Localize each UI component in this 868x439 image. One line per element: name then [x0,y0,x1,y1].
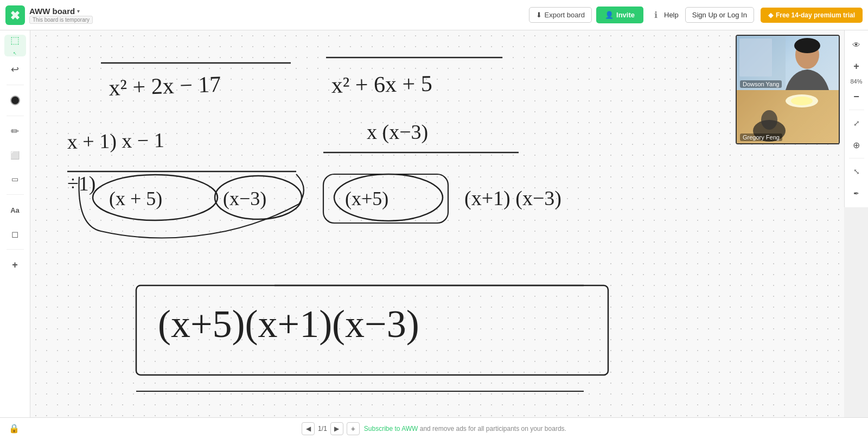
fullscreen-icon: ⤢ [853,119,860,128]
zoom-in-icon: + [853,61,859,72]
download-icon: ⬇ [536,11,542,19]
eye-icon: 👁 [852,40,860,49]
bottom-bar: 🔒 ◀ 1/1 ▶ + Subscribe to AWW and remove … [0,417,868,439]
subscribe-text: Subscribe to AWW and remove ads for all … [364,425,566,432]
subscribe-link[interactable]: Subscribe to AWW [364,425,418,432]
svg-text:(x+1)  (x−3): (x+1) (x−3) [464,187,561,210]
select-icon: ⬚↖ [10,34,20,58]
header: AWW board ▾ This board is temporary ⬇ Ex… [0,0,868,30]
eye-button[interactable]: 👁 [847,35,866,54]
page-controls: ◀ 1/1 ▶ + [302,422,360,435]
invite-button[interactable]: 👤 Invite [596,7,643,23]
color-swatch [10,96,20,105]
svg-text:÷1): ÷1) [67,172,96,195]
add-icon: + [12,259,18,271]
svg-text:(x−3): (x−3) [223,188,266,209]
fit-icon: ⤡ [853,167,860,176]
trial-button[interactable]: ◆ Free 14-day premium trial [761,8,863,23]
zoom-in-button[interactable]: + [847,56,866,76]
toolbar-divider-1 [7,85,24,85]
expand-icon: ⊕ [853,140,860,150]
board-title: AWW board [29,7,75,16]
toolbar-divider-3 [7,194,24,195]
whiteboard-svg: x² + 2x − 17 x² + 6x + 5 x + 1) x − 1 x … [30,30,844,417]
right-toolbar-divider-2 [849,158,864,158]
page-info: 1/1 [318,425,327,432]
diamond-icon: ◆ [768,11,773,19]
add-tool[interactable]: + [4,254,26,276]
invite-label: Invite [616,11,635,19]
select-tool[interactable]: ⬚↖ [4,35,26,56]
svg-text:x² + 6x + 5: x² + 6x + 5 [331,71,432,98]
video-top: Dowson Yang [737,36,840,90]
pen-mode-button[interactable]: ✒ [847,183,866,203]
zoom-percent: 84% [850,78,862,85]
color-tool[interactable] [4,90,26,111]
svg-text:(x + 5): (x + 5) [109,188,162,209]
trial-label: Free 14-day premium trial [776,11,855,19]
fullscreen-button[interactable]: ⤢ [847,113,866,133]
eraser-icon: ⬜ [10,151,20,160]
header-right: ℹ Help Sign Up or Log In ◆ Free 14-day p… [654,7,863,23]
info-icon[interactable]: ℹ [654,10,658,20]
svg-text:(x+5): (x+5) [345,188,388,209]
fit-button[interactable]: ⤡ [847,162,866,181]
zoom-out-icon: − [853,91,859,103]
svg-text:x² + 2x − 17: x² + 2x − 17 [108,72,221,100]
video-bottom: Gregory Feng [737,90,840,143]
user1-name: Dowson Yang [740,80,782,88]
note-icon: ◻ [11,229,18,239]
board-title-row: AWW board ▾ [29,7,93,16]
svg-point-27 [791,97,813,105]
pen-icon: ✏ [11,125,19,137]
pen-mode-icon: ✒ [853,189,859,198]
svg-text:x + 1)  x − 1: x + 1) x − 1 [67,129,164,154]
text-icon: Aa [10,206,20,214]
signup-button[interactable]: Sign Up or Log In [685,7,754,23]
pen-tool[interactable]: ✏ [4,120,26,142]
undo-tool[interactable]: ↩ [4,59,26,80]
help-link[interactable]: Help [664,11,679,19]
video-panel: Dowson Yang Gregory Feng [736,35,840,144]
text-tool[interactable]: Aa [4,199,26,221]
svg-point-29 [761,110,777,130]
board-name-area: AWW board ▾ This board is temporary [29,7,93,24]
svg-rect-24 [739,39,772,77]
left-toolbar: ⬚↖ ↩ ✏ ⬜ ▭ Aa ◻ + [0,30,30,417]
app-logo [5,5,25,25]
right-toolbar-divider-1 [849,110,864,110]
shape-tool[interactable]: ▭ [4,168,26,190]
next-page-button[interactable]: ▶ [330,422,343,435]
shape-icon: ▭ [11,175,18,183]
canvas-area[interactable]: x² + 2x − 17 x² + 6x + 5 x + 1) x − 1 x … [30,30,844,417]
zoom-out-button[interactable]: − [847,87,866,106]
svg-point-22 [794,38,820,53]
board-dropdown-icon[interactable]: ▾ [77,8,80,14]
toolbar-divider-2 [7,116,24,116]
undo-icon: ↩ [11,63,19,75]
board-temp-badge: This board is temporary [29,16,93,24]
eraser-tool[interactable]: ⬜ [4,144,26,166]
expand-button[interactable]: ⊕ [847,135,866,155]
export-button[interactable]: ⬇ Export board [529,7,592,23]
right-toolbar: 👁 + 84% − ⤢ ⊕ ⤡ ✒ [844,30,868,207]
invite-icon: 👤 [605,11,614,19]
svg-text:(x+5)(x+1)(x−3): (x+5)(x+1)(x−3) [158,302,419,346]
add-page-button[interactable]: + [347,422,360,435]
note-tool[interactable]: ◻ [4,223,26,245]
svg-text:x      (x−3): x (x−3) [367,120,428,144]
toolbar-divider-4 [7,249,24,250]
export-label: Export board [545,11,585,19]
lock-icon[interactable]: 🔒 [9,423,20,434]
prev-page-button[interactable]: ◀ [302,422,315,435]
user2-name: Gregory Feng [740,133,782,141]
